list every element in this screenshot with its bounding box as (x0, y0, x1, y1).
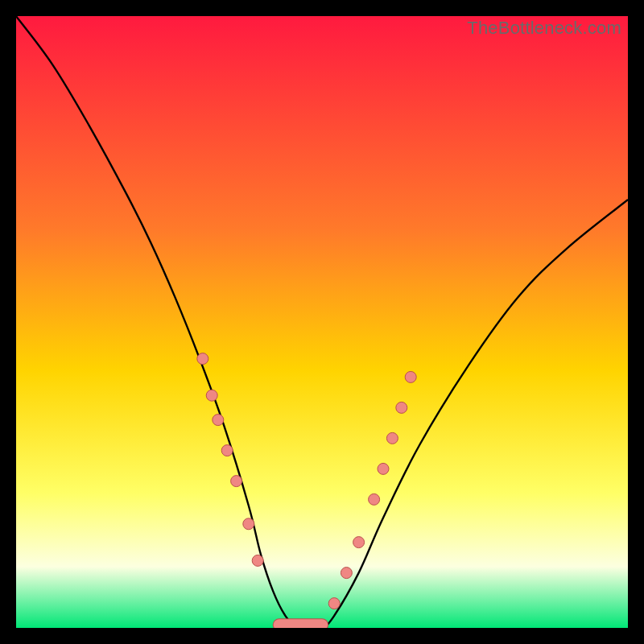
data-marker (252, 555, 263, 566)
data-marker (378, 463, 389, 474)
data-marker (341, 568, 352, 579)
data-marker (197, 353, 208, 365)
data-marker (405, 371, 416, 382)
data-marker (386, 432, 398, 444)
data-marker (206, 390, 217, 401)
data-marker (231, 476, 242, 487)
data-marker (369, 493, 380, 505)
data-marker (221, 445, 233, 456)
data-marker (328, 598, 340, 609)
data-marker (243, 518, 254, 530)
chart-frame: TheBottleneck.com (16, 16, 628, 628)
data-marker (213, 415, 224, 426)
watermark-text: TheBottleneck.com (467, 18, 621, 39)
data-marker (353, 537, 365, 548)
gradient-background (16, 16, 628, 628)
data-marker (396, 402, 407, 413)
bottleneck-chart (16, 16, 628, 628)
